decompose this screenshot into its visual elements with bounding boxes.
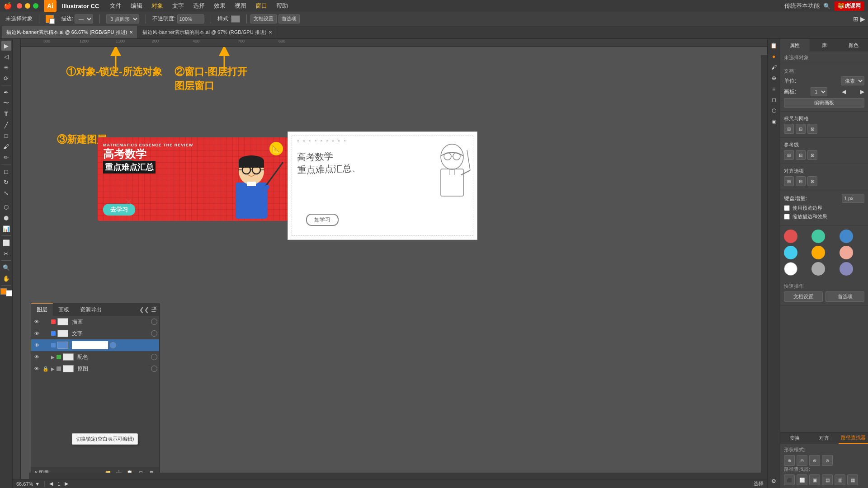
library-tab[interactable]: 库	[810, 39, 839, 52]
hand-tool[interactable]: ✋	[1, 273, 11, 283]
pathfinder-tab[interactable]: 路径查找器	[839, 432, 868, 444]
color-swatch-peach[interactable]	[840, 246, 853, 259]
rotate-tool[interactable]: ↻	[1, 177, 11, 187]
zoom-dropdown[interactable]: ▼	[35, 481, 40, 487]
edit-artboard-btn[interactable]: 编辑画板	[784, 98, 864, 108]
tab-2[interactable]: 描边风-banner演示稿的副本.ai @ 67% (RGB/GPU 推进) ✕	[138, 26, 277, 38]
circle-type-select[interactable]: 3 点圆形	[106, 14, 139, 23]
tab-2-close[interactable]: ✕	[269, 30, 272, 35]
opacity-input[interactable]	[177, 14, 204, 23]
pen-tool[interactable]: ✒	[1, 87, 11, 97]
artboards-tab[interactable]: 画板	[53, 303, 75, 316]
layer-row-4[interactable]: 👁 ▶ 配色	[31, 351, 159, 363]
scale-tool[interactable]: ⤡	[1, 188, 11, 198]
preferences-btn[interactable]: 首选项	[278, 14, 300, 23]
layer-lock-4[interactable]	[42, 353, 49, 361]
layer-row-5[interactable]: 👁 🔒 ▶ 原图	[31, 363, 159, 375]
horizontal-scrollbar[interactable]	[29, 473, 767, 479]
guide-icon-2[interactable]: ⊟	[796, 150, 806, 160]
align-icon-3[interactable]: ⊠	[807, 176, 817, 186]
close-button[interactable]	[17, 3, 22, 9]
strip-stroke-icon[interactable]: ◻	[769, 95, 779, 105]
exclude-icon[interactable]: ⊘	[822, 455, 833, 466]
slice-tool[interactable]: ✂	[1, 249, 11, 258]
stroke-color[interactable]	[6, 290, 12, 296]
color-tab[interactable]: 颜色	[839, 39, 868, 52]
right-arrow-icon[interactable]: ▶	[860, 15, 865, 23]
strip-brush-icon[interactable]: 🖌	[769, 62, 779, 72]
layer-lock-5[interactable]: 🔒	[42, 365, 49, 372]
menu-select[interactable]: 选择	[189, 2, 208, 10]
layer-expand-4[interactable]: ▶	[51, 355, 55, 360]
asset-export-tab[interactable]: 资源导出	[75, 303, 107, 316]
layer-eye-4[interactable]: 👁	[33, 353, 40, 361]
ruler-icon-1[interactable]: ⊞	[784, 124, 794, 134]
merge-icon[interactable]: ▣	[809, 474, 820, 485]
maximize-button[interactable]	[33, 3, 38, 9]
quick-preferences-btn[interactable]: 首选项	[826, 291, 864, 302]
ruler-icon-2[interactable]: ⊟	[796, 124, 806, 134]
quick-doc-settings-btn[interactable]: 文档设置	[784, 291, 823, 302]
properties-tab[interactable]: 属性	[780, 39, 810, 52]
layer-row-1[interactable]: 👁 描画	[31, 316, 159, 328]
minus-back-icon[interactable]: ▦	[847, 474, 858, 485]
strip-symbol-icon[interactable]: ⊕	[769, 73, 779, 83]
color-swatch-teal[interactable]	[811, 230, 825, 243]
strip-color-icon[interactable]: ●	[769, 52, 779, 61]
symbol-tool[interactable]: ⬢	[1, 213, 11, 223]
layer-lock-1[interactable]	[42, 318, 49, 325]
layer-row-3[interactable]: 👁	[31, 339, 159, 351]
trim-icon[interactable]: ⬜	[797, 474, 807, 485]
artboard-tool[interactable]: ⬜	[1, 238, 11, 248]
color-swatch-purple[interactable]	[840, 262, 853, 276]
menu-view[interactable]: 视图	[231, 2, 250, 10]
menu-effects[interactable]: 效果	[210, 2, 229, 10]
guide-icon-3[interactable]: ⊠	[807, 150, 817, 160]
menu-edit[interactable]: 编辑	[127, 2, 146, 10]
color-swatch-orange[interactable]	[811, 246, 825, 259]
vertical-scrollbar[interactable]	[761, 55, 767, 473]
menu-window[interactable]: 窗口	[252, 2, 271, 10]
snap-input[interactable]	[842, 194, 864, 203]
layer-eye-1[interactable]: 👁	[33, 318, 40, 325]
minimize-button[interactable]	[25, 3, 30, 9]
arrange-icon[interactable]: ⊞	[853, 15, 859, 23]
menu-text[interactable]: 文字	[169, 2, 188, 10]
unit-select[interactable]: 像素	[841, 76, 864, 85]
layer-lock-3[interactable]	[42, 342, 49, 349]
tab-1-close[interactable]: ✕	[129, 30, 133, 35]
next-artboard-icon[interactable]: ▶	[860, 89, 864, 95]
artboard-nav-prev[interactable]: ◀	[49, 481, 53, 487]
menu-help[interactable]: 帮助	[273, 2, 292, 10]
color-swatch-cyan[interactable]	[784, 246, 797, 259]
strip-appearance-icon[interactable]: ⬡	[769, 106, 779, 116]
minus-front-icon[interactable]: ⊖	[797, 455, 807, 466]
strip-nav-icon[interactable]: ◉	[769, 117, 779, 127]
strip-properties-icon[interactable]: 📋	[769, 41, 779, 51]
layer-eye-5[interactable]: 👁	[33, 365, 40, 372]
layer-name-input-3[interactable]	[72, 341, 108, 349]
color-swatch-white[interactable]	[784, 262, 797, 276]
color-swatch-red[interactable]	[784, 230, 797, 243]
prev-artboard-icon[interactable]: ◀	[842, 89, 846, 95]
zoom-tool[interactable]: 🔍	[1, 263, 11, 272]
doc-settings-btn[interactable]: 文档设置	[250, 14, 277, 23]
guide-icon-1[interactable]: ⊞	[784, 150, 794, 160]
layers-tab[interactable]: 图层	[31, 303, 53, 316]
eraser-tool[interactable]: ◻	[1, 166, 11, 176]
align-icon-1[interactable]: ⊞	[784, 176, 794, 186]
blend-tool[interactable]: ⬡	[1, 202, 11, 212]
apple-menu[interactable]: 🍎	[4, 2, 12, 10]
search-icon[interactable]: 🔍	[823, 3, 830, 9]
fill-stroke-area[interactable]	[43, 14, 57, 24]
curvature-tool[interactable]: 〜	[1, 98, 11, 108]
layer-lock-2[interactable]	[42, 330, 49, 337]
divide-icon[interactable]: ⬛	[784, 474, 795, 485]
layer-eye-2[interactable]: 👁	[33, 330, 40, 337]
scale-effects-checkbox[interactable]	[784, 214, 790, 220]
tab-1[interactable]: 描边风-banner演示精本.ai @ 66.67% (RGB/GPU 推进) …	[2, 26, 138, 38]
color-swatch-blue[interactable]	[840, 230, 853, 243]
align-icon-2[interactable]: ⊟	[796, 176, 806, 186]
stroke-select[interactable]: —	[75, 14, 93, 23]
unite-icon[interactable]: ⊕	[784, 455, 795, 466]
